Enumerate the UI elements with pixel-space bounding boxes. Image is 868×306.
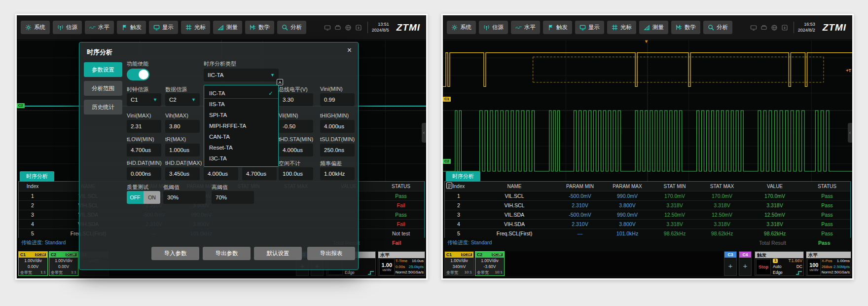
dropdown-option-iic-ta[interactable]: IIC-TA✓ xyxy=(204,88,278,99)
analysis-type-select[interactable]: IIC-TA▼ xyxy=(204,69,279,81)
tab-param-settings[interactable]: 参数设置 xyxy=(84,62,122,77)
default-settings-button[interactable]: 默认设置 xyxy=(254,247,302,260)
tab-history-stats[interactable]: 历史统计 xyxy=(84,100,122,115)
table-row[interactable]: 2VIH.SCL2.310V3.800V3.318V3.318V3.318VPa… xyxy=(445,200,850,210)
plus-icon[interactable]: + xyxy=(724,258,736,274)
toolbar-button-horizontal[interactable]: 水平 xyxy=(511,21,540,34)
close-icon[interactable]: × xyxy=(347,46,352,55)
channel-c3-add[interactable]: C3+ xyxy=(724,251,737,276)
report-icon[interactable] xyxy=(446,182,453,189)
dropdown-option-can-ta[interactable]: CAN-TA xyxy=(204,131,278,142)
dropdown-option-iis-ta[interactable]: IIS-TA xyxy=(204,99,278,110)
toolbar-button-math[interactable]: 数学 xyxy=(671,21,700,34)
quality-off-option[interactable]: OFF xyxy=(127,191,144,204)
data-source-select[interactable]: C2▼ xyxy=(165,93,200,106)
bus-level-field[interactable]: 3.30 xyxy=(279,93,313,106)
table-row[interactable]: 5Freq.SCL(First)---101.0kHz98.62kHz98.62… xyxy=(445,229,850,238)
channel-c2-box[interactable]: C2DC1M 1.00V/div 0.00V 全带宽1:1 xyxy=(49,251,78,276)
thigh-min-field[interactable]: 4.000us xyxy=(320,120,355,133)
vih-max-field[interactable]: 3.80 xyxy=(165,120,200,133)
tab-analysis-range[interactable]: 分析范围 xyxy=(84,81,122,96)
tlow-min-field[interactable]: 4.700us xyxy=(127,144,161,156)
dropdown-option-mipi-rffe-ta[interactable]: MIPI-RFFE-TA xyxy=(204,120,278,131)
vil-min-field[interactable]: -0.50 xyxy=(279,120,313,133)
coupling-badge: DC1M xyxy=(492,253,503,257)
import-params-button[interactable]: 导入参数 xyxy=(151,247,199,260)
collapse-handle[interactable]: ‹ xyxy=(422,123,426,143)
dropdown-option-spi-ta[interactable]: SPI-TA xyxy=(204,110,278,120)
toolbar-button-trigger[interactable]: 触发 xyxy=(543,21,572,34)
trigger-level-marker[interactable]: +T xyxy=(846,68,851,73)
memory-depth: 2.50Mpts xyxy=(833,265,850,269)
dropdown-option-reset-ta[interactable]: Reset-TA xyxy=(204,142,278,153)
freq-deviation-field[interactable]: 1.00kHz xyxy=(320,167,355,180)
toolbar-button-gear[interactable]: 系统 xyxy=(21,21,50,34)
timebase-scale[interactable]: 100 us/div xyxy=(807,259,821,275)
toolbar-button-analyze[interactable]: 分析 xyxy=(277,21,306,34)
low-threshold-field[interactable]: 30% xyxy=(163,191,206,204)
vini-min-field[interactable]: 0.99 xyxy=(320,93,355,106)
toolbar-button-source[interactable]: 信源 xyxy=(479,21,508,34)
toolbar-button-measure[interactable]: 测量 xyxy=(639,21,668,34)
hidden-field-1[interactable]: 4.000us xyxy=(204,167,238,180)
c1-channel-tag[interactable]: C1 xyxy=(443,97,451,102)
channel-c2-box[interactable]: C2DC1M 1.00V/div -3.60V 全带宽10:1 xyxy=(475,251,505,276)
toolbar-button-gear[interactable]: 系统 xyxy=(447,21,476,34)
thd-dat-min-field[interactable]: 0.000ns xyxy=(127,167,161,180)
channel-scale: 1.00V/div xyxy=(445,258,473,264)
table-row[interactable]: 3VIL.SDA-500.0mV990.0mV12.50mV12.50mV12.… xyxy=(445,210,850,219)
toolbar-button-horizontal[interactable]: 水平 xyxy=(85,21,114,34)
toolbar-button-cursor[interactable]: 光标 xyxy=(181,21,210,34)
toolbar-button-trigger[interactable]: 触发 xyxy=(117,21,146,34)
horizontal-panel[interactable]: 水平 100 us/div X-Pos1.00ms 268us2.50Mpts … xyxy=(806,251,851,276)
status-icon-group xyxy=(324,24,362,31)
hidden-field-2[interactable]: 4.700us xyxy=(242,167,277,180)
dropdown-option-i3c-ta[interactable]: I3C-TA xyxy=(204,153,278,164)
quality-test-switch[interactable]: OFF ON xyxy=(127,191,160,204)
collapse-handle[interactable]: ‹ xyxy=(848,123,852,143)
thd-dat-max-field[interactable]: 3.450us xyxy=(165,167,200,180)
toolbar-button-display[interactable]: 显示 xyxy=(575,21,604,34)
tsu-dat-min-field[interactable]: 250.0ns xyxy=(320,144,355,156)
toolbar-button-analyze[interactable]: 分析 xyxy=(703,21,732,34)
channel-c4-add[interactable]: C4+ xyxy=(739,251,752,276)
bandwidth-label: 全带宽 xyxy=(477,270,489,275)
channel-scale: 1.00V/div xyxy=(475,258,504,264)
table-row[interactable]: 4VIH.SDA2.310V3.800V3.318V3.318V3.318VPa… xyxy=(445,219,850,229)
timing-analysis-button[interactable]: 时序分析 xyxy=(446,171,480,182)
total-result-value: Pass xyxy=(818,240,831,246)
vini-max-field[interactable]: 2.31 xyxy=(127,120,161,133)
toolbar-button-measure[interactable]: 测量 xyxy=(213,21,242,34)
source-icon xyxy=(483,24,490,31)
toolbar-button-source[interactable]: 信源 xyxy=(53,21,82,34)
high-threshold-field[interactable]: 70% xyxy=(212,191,254,204)
quality-on-option[interactable]: ON xyxy=(144,191,160,204)
horizontal-panel[interactable]: 水平 1.00 us/div T-Time10.0us 0.00s25.0kpt… xyxy=(378,251,425,276)
toolbar-button-cursor[interactable]: 光标 xyxy=(607,21,636,34)
export-params-button[interactable]: 导出参数 xyxy=(203,247,251,260)
trigger-mode[interactable]: Stop xyxy=(756,259,771,275)
c2-channel-tag[interactable]: C2 xyxy=(443,159,451,164)
toolbar-button-math[interactable]: 数学 xyxy=(245,21,274,34)
trigger-position-marker[interactable]: ▼ xyxy=(644,39,649,44)
timing-analysis-button[interactable]: 时序分析 xyxy=(20,171,54,182)
screen-status-icon xyxy=(750,24,757,31)
enable-toggle[interactable] xyxy=(127,69,149,80)
table-row[interactable]: 1VIL.SCL-500.0mV990.0mV170.0mV170.0mV170… xyxy=(445,191,850,200)
channel-c1-box[interactable]: C1DC1M 1.00V/div 0.00V 全带宽1:1 xyxy=(18,251,48,276)
channel-c1-box[interactable]: C1DC1M 1.00V/div 340mV 全带宽10:1 xyxy=(444,251,474,276)
thd-sta-min-field[interactable]: 4.000us xyxy=(279,144,313,156)
plus-icon[interactable]: + xyxy=(739,258,751,274)
export-report-button[interactable]: 导出报表 xyxy=(307,247,355,260)
tr-max-field[interactable]: 1.000us xyxy=(165,144,200,156)
source-icon xyxy=(57,24,64,31)
clock-time: 13:51 xyxy=(372,22,389,28)
clock-source-select[interactable]: C1▼ xyxy=(127,93,161,106)
coupling-badge: DC1M xyxy=(35,253,46,257)
trigger-panel[interactable]: 触发 Stop 1T:1.66V AutoDC Edge xyxy=(755,251,804,276)
idle-field[interactable]: 100.0us xyxy=(279,167,313,180)
math-icon xyxy=(676,24,682,31)
timebase-scale[interactable]: 1.00 us/div xyxy=(379,259,395,275)
toolbar-button-display[interactable]: 显示 xyxy=(149,21,178,34)
c2-channel-tag[interactable]: C2 xyxy=(17,103,25,108)
